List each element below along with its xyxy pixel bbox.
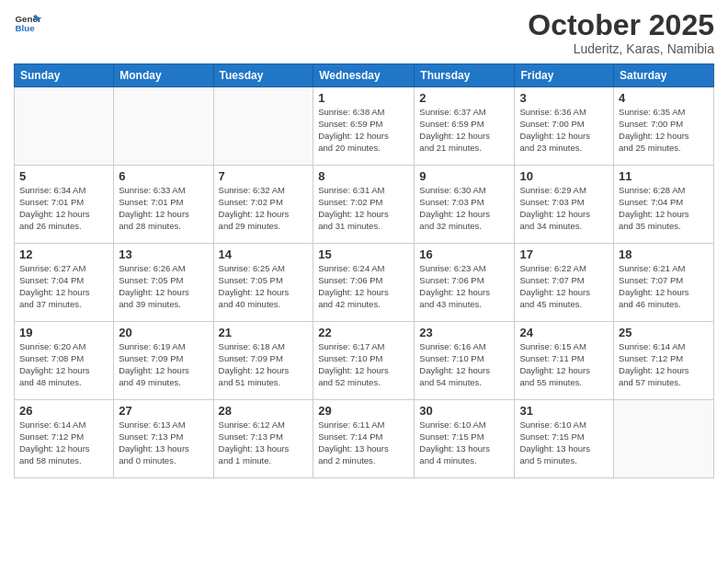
calendar-cell: 13Sunrise: 6:26 AMSunset: 7:05 PMDayligh…: [114, 244, 213, 322]
day-info: Sunrise: 6:27 AMSunset: 7:04 PMDaylight:…: [19, 263, 108, 310]
location: Luderitz, Karas, Namibia: [528, 41, 714, 56]
calendar-cell: 10Sunrise: 6:29 AMSunset: 7:03 PMDayligh…: [515, 166, 614, 244]
day-number: 21: [219, 326, 309, 339]
calendar-cell: 22Sunrise: 6:17 AMSunset: 7:10 PMDayligh…: [313, 322, 415, 400]
day-number: 29: [318, 404, 409, 418]
header-saturday: Saturday: [614, 64, 714, 87]
day-number: 1: [318, 91, 409, 105]
day-number: 22: [318, 326, 409, 339]
calendar-cell: 28Sunrise: 6:12 AMSunset: 7:13 PMDayligh…: [213, 400, 313, 478]
calendar-cell: 29Sunrise: 6:11 AMSunset: 7:14 PMDayligh…: [313, 400, 415, 478]
day-info: Sunrise: 6:38 AMSunset: 6:59 PMDaylight:…: [318, 107, 409, 154]
day-number: 14: [219, 247, 309, 261]
day-info: Sunrise: 6:22 AMSunset: 7:07 PMDaylight:…: [519, 263, 609, 310]
day-info: Sunrise: 6:35 AMSunset: 7:00 PMDaylight:…: [619, 107, 709, 154]
logo-icon: General Blue: [14, 9, 41, 37]
day-info: Sunrise: 6:31 AMSunset: 7:02 PMDaylight:…: [318, 185, 409, 232]
day-number: 6: [119, 169, 208, 183]
calendar-cell: 31Sunrise: 6:10 AMSunset: 7:15 PMDayligh…: [515, 400, 614, 478]
calendar-cell: 23Sunrise: 6:16 AMSunset: 7:10 PMDayligh…: [415, 322, 515, 400]
day-info: Sunrise: 6:15 AMSunset: 7:11 PMDaylight:…: [519, 341, 609, 388]
calendar-cell: 12Sunrise: 6:27 AMSunset: 7:04 PMDayligh…: [15, 244, 114, 322]
day-number: 11: [619, 169, 709, 183]
day-number: 18: [619, 247, 709, 261]
day-number: 20: [119, 326, 208, 339]
calendar-table: Sunday Monday Tuesday Wednesday Thursday…: [14, 63, 714, 478]
calendar-cell: 11Sunrise: 6:28 AMSunset: 7:04 PMDayligh…: [614, 166, 714, 244]
day-info: Sunrise: 6:23 AMSunset: 7:06 PMDaylight:…: [419, 263, 509, 310]
day-info: Sunrise: 6:34 AMSunset: 7:01 PMDaylight:…: [19, 185, 108, 232]
day-number: 23: [419, 326, 509, 339]
calendar-cell: 27Sunrise: 6:13 AMSunset: 7:13 PMDayligh…: [114, 400, 213, 478]
day-info: Sunrise: 6:10 AMSunset: 7:15 PMDaylight:…: [519, 419, 609, 466]
header-wednesday: Wednesday: [313, 64, 415, 87]
day-number: 9: [419, 169, 509, 183]
calendar-cell: 2Sunrise: 6:37 AMSunset: 6:59 PMDaylight…: [415, 87, 515, 166]
day-info: Sunrise: 6:16 AMSunset: 7:10 PMDaylight:…: [419, 341, 509, 388]
day-info: Sunrise: 6:10 AMSunset: 7:15 PMDaylight:…: [419, 419, 509, 466]
calendar-cell: 6Sunrise: 6:33 AMSunset: 7:01 PMDaylight…: [114, 166, 213, 244]
calendar-cell: 26Sunrise: 6:14 AMSunset: 7:12 PMDayligh…: [15, 400, 114, 478]
day-number: 10: [519, 169, 609, 183]
day-info: Sunrise: 6:13 AMSunset: 7:13 PMDaylight:…: [119, 419, 208, 466]
day-number: 15: [318, 247, 409, 261]
header-tuesday: Tuesday: [213, 64, 313, 87]
svg-text:Blue: Blue: [16, 23, 36, 33]
day-info: Sunrise: 6:21 AMSunset: 7:07 PMDaylight:…: [619, 263, 709, 310]
calendar-cell: 14Sunrise: 6:25 AMSunset: 7:05 PMDayligh…: [213, 244, 313, 322]
title-block: October 2025 Luderitz, Karas, Namibia: [528, 9, 714, 56]
day-info: Sunrise: 6:17 AMSunset: 7:10 PMDaylight:…: [318, 341, 409, 388]
day-info: Sunrise: 6:36 AMSunset: 7:00 PMDaylight:…: [519, 107, 609, 154]
calendar-cell: 17Sunrise: 6:22 AMSunset: 7:07 PMDayligh…: [515, 244, 614, 322]
calendar-week-3: 12Sunrise: 6:27 AMSunset: 7:04 PMDayligh…: [15, 244, 714, 322]
calendar-cell: 1Sunrise: 6:38 AMSunset: 6:59 PMDaylight…: [313, 87, 415, 166]
day-info: Sunrise: 6:26 AMSunset: 7:05 PMDaylight:…: [119, 263, 208, 310]
calendar-week-2: 5Sunrise: 6:34 AMSunset: 7:01 PMDaylight…: [15, 166, 714, 244]
calendar-cell: 15Sunrise: 6:24 AMSunset: 7:06 PMDayligh…: [313, 244, 415, 322]
day-number: 30: [419, 404, 509, 418]
header-thursday: Thursday: [415, 64, 515, 87]
day-info: Sunrise: 6:32 AMSunset: 7:02 PMDaylight:…: [219, 185, 309, 232]
day-info: Sunrise: 6:37 AMSunset: 6:59 PMDaylight:…: [419, 107, 509, 154]
day-number: 3: [519, 91, 609, 105]
day-info: Sunrise: 6:20 AMSunset: 7:08 PMDaylight:…: [19, 341, 108, 388]
calendar-cell: 24Sunrise: 6:15 AMSunset: 7:11 PMDayligh…: [515, 322, 614, 400]
calendar-cell: 7Sunrise: 6:32 AMSunset: 7:02 PMDaylight…: [213, 166, 313, 244]
day-number: 28: [219, 404, 309, 418]
day-number: 4: [619, 91, 709, 105]
calendar-cell: 20Sunrise: 6:19 AMSunset: 7:09 PMDayligh…: [114, 322, 213, 400]
calendar-week-5: 26Sunrise: 6:14 AMSunset: 7:12 PMDayligh…: [15, 400, 714, 478]
calendar-week-1: 1Sunrise: 6:38 AMSunset: 6:59 PMDaylight…: [15, 87, 714, 166]
day-number: 19: [19, 326, 108, 339]
day-number: 7: [219, 169, 309, 183]
header-sunday: Sunday: [15, 64, 114, 87]
day-info: Sunrise: 6:24 AMSunset: 7:06 PMDaylight:…: [318, 263, 409, 310]
day-info: Sunrise: 6:19 AMSunset: 7:09 PMDaylight:…: [119, 341, 208, 388]
logo: General Blue General Blue: [14, 9, 41, 37]
weekday-header-row: Sunday Monday Tuesday Wednesday Thursday…: [15, 64, 714, 87]
calendar-cell: 8Sunrise: 6:31 AMSunset: 7:02 PMDaylight…: [313, 166, 415, 244]
day-number: 8: [318, 169, 409, 183]
day-number: 31: [519, 404, 609, 418]
calendar-cell: [114, 87, 213, 166]
calendar-cell: 25Sunrise: 6:14 AMSunset: 7:12 PMDayligh…: [614, 322, 714, 400]
day-info: Sunrise: 6:12 AMSunset: 7:13 PMDaylight:…: [219, 419, 309, 466]
calendar-cell: 3Sunrise: 6:36 AMSunset: 7:00 PMDaylight…: [515, 87, 614, 166]
day-number: 27: [119, 404, 208, 418]
calendar-week-4: 19Sunrise: 6:20 AMSunset: 7:08 PMDayligh…: [15, 322, 714, 400]
day-number: 13: [119, 247, 208, 261]
calendar-cell: 18Sunrise: 6:21 AMSunset: 7:07 PMDayligh…: [614, 244, 714, 322]
day-info: Sunrise: 6:29 AMSunset: 7:03 PMDaylight:…: [519, 185, 609, 232]
header-friday: Friday: [515, 64, 614, 87]
header: General Blue General Blue October 2025 L…: [14, 9, 714, 56]
day-info: Sunrise: 6:14 AMSunset: 7:12 PMDaylight:…: [619, 341, 709, 388]
day-number: 5: [19, 169, 108, 183]
day-number: 2: [419, 91, 509, 105]
page: General Blue General Blue October 2025 L…: [0, 0, 728, 563]
calendar-cell: [614, 400, 714, 478]
calendar-cell: [213, 87, 313, 166]
day-number: 16: [419, 247, 509, 261]
day-info: Sunrise: 6:33 AMSunset: 7:01 PMDaylight:…: [119, 185, 208, 232]
calendar-cell: 4Sunrise: 6:35 AMSunset: 7:00 PMDaylight…: [614, 87, 714, 166]
day-info: Sunrise: 6:28 AMSunset: 7:04 PMDaylight:…: [619, 185, 709, 232]
